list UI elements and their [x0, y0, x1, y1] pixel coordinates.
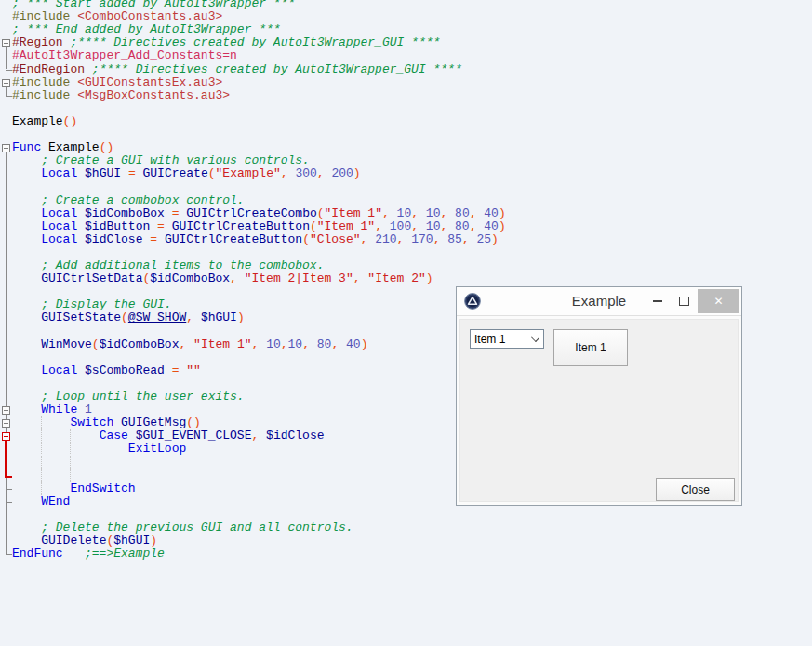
- item-combobox[interactable]: Item 1: [470, 329, 544, 349]
- autoit-logo-icon: [464, 293, 481, 310]
- code-line: WEnd: [12, 495, 70, 508]
- code-line: #include <MsgBoxConstants.au3>: [12, 89, 230, 102]
- code-line: GUICtrlSetData($idComboBox, "Item 2|Item…: [12, 272, 433, 285]
- code-line: #AutoIt3Wrapper_Add_Constants=n: [12, 49, 237, 62]
- code-line: ExitLoop: [12, 442, 186, 455]
- close-icon: ✕: [713, 295, 723, 308]
- code-line: #EndRegion ;**** Directives created by A…: [12, 63, 462, 76]
- indent-guide: [70, 469, 71, 482]
- code-line: While 1: [12, 403, 92, 416]
- combobox-value: Item 1: [474, 333, 505, 346]
- code-line: #Region ;**** Directives created by Auto…: [12, 36, 440, 49]
- window-frame: Item 1 Item 1 Close: [457, 315, 741, 505]
- code-line: ; Loop until the user exits.: [12, 390, 245, 403]
- code-line: ; Add additional items to the combobox.: [12, 259, 324, 272]
- code-line: Local $idButton = GUICtrlCreateButton("I…: [12, 220, 506, 233]
- minimize-icon: [653, 300, 662, 302]
- code-line: Local $hGUI = GUICreate("Example", 300, …: [12, 167, 361, 180]
- code-line: ; *** End added by AutoIt3Wrapper ***: [12, 23, 281, 36]
- indent-guide: [100, 456, 100, 469]
- code-line: GUISetState(@SW_SHOW, $hGUI): [12, 311, 245, 324]
- close-window-button[interactable]: ✕: [698, 289, 739, 313]
- caption-buttons: ✕: [644, 289, 739, 313]
- code-line: EndSwitch: [12, 482, 136, 495]
- code-line: ; Create a GUI with various controls.: [12, 154, 310, 167]
- code-line: ; Create a combobox control.: [12, 194, 245, 207]
- indent-guide: [41, 469, 42, 482]
- code-line: EndFunc ;==>Example: [12, 547, 165, 560]
- code-line: Local $sComboRead = "": [12, 364, 201, 377]
- window-client-area: Item 1 Item 1 Close: [459, 319, 739, 502]
- code-line: Local $idClose = GUICtrlCreateButton("Cl…: [12, 233, 499, 246]
- minimize-button[interactable]: [644, 289, 671, 313]
- code-line: WinMove($idComboBox, "Item 1", 10,10, 80…: [12, 338, 367, 351]
- code-line: Local $idComboBox = GUICtrlCreateCombo("…: [12, 207, 506, 220]
- code-line: Func Example(): [12, 141, 113, 154]
- code-line: GUIDelete($hGUI): [12, 534, 157, 547]
- code-line: ; Display the GUI.: [12, 298, 172, 311]
- code-line: ; Delete the previous GUI and all contro…: [12, 521, 353, 534]
- indent-guide: [100, 469, 100, 482]
- maximize-button[interactable]: [671, 289, 698, 313]
- code-line: #include <ComboConstants.au3>: [12, 10, 222, 23]
- chevron-down-icon: [531, 334, 539, 342]
- item1-button[interactable]: Item 1: [553, 329, 628, 366]
- code-line: #include <GUIConstantsEx.au3>: [12, 76, 222, 89]
- close-button[interactable]: Close: [656, 478, 735, 501]
- code-line: Example(): [12, 115, 77, 128]
- maximize-icon: [679, 297, 689, 306]
- window-titlebar[interactable]: Example ✕: [457, 287, 741, 315]
- indent-guide: [70, 456, 71, 469]
- indent-guide: [41, 456, 42, 469]
- example-gui-window: Example ✕ Item 1 Item 1 Close: [456, 286, 742, 506]
- code-line: Case $GUI_EVENT_CLOSE, $idClose: [12, 429, 325, 442]
- code-line: Switch GUIGetMsg(): [12, 416, 201, 429]
